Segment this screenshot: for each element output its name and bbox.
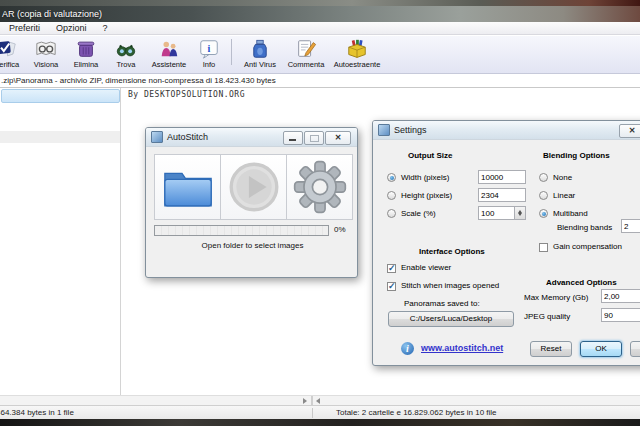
enable-viewer-label: Enable viewer [401,263,451,272]
toolbar-trova-button[interactable]: Trova [106,36,146,73]
enable-viewer-checkbox[interactable] [387,264,396,273]
height-radio[interactable] [387,191,396,200]
blending-bands-label: Blending bands [557,223,612,232]
progress-bar [154,225,329,236]
winrar-titlebar[interactable]: AR (copia di valutazione) [0,6,640,22]
address-bar[interactable]: .zip\Panorama - archivio ZIP, dimensione… [0,74,640,88]
toolbar-info-button[interactable]: i Info [192,36,226,73]
settings-dialog[interactable]: Settings Output Size Width (pixels) Heig… [372,120,640,366]
settings-title: Settings [394,125,427,135]
horizontal-scrollbar[interactable] [0,395,640,405]
toolbar-verifica-button[interactable]: Verifica [0,36,26,73]
max-memory-input[interactable] [601,289,640,303]
scroll-right-icon[interactable] [303,398,307,404]
selected-row[interactable] [1,89,120,103]
close-icon[interactable] [325,131,351,145]
file-list-pane[interactable] [0,88,121,395]
height-input[interactable] [478,188,526,202]
menu-help[interactable]: ? [103,23,108,33]
comment-pen-icon [295,38,317,60]
max-memory-label: Max Memory (Gb) [524,293,588,302]
archive-path: .zip\Panorama - archivio ZIP, dimensione… [1,74,276,87]
menu-preferiti[interactable]: Preferiti [9,23,40,33]
close-icon[interactable] [619,124,640,138]
reset-button[interactable]: Reset [530,341,572,357]
autostitch-window[interactable]: AutoStitch [145,127,358,278]
ok-button[interactable]: OK [580,341,622,357]
status-selected-info: 464.384 bytes in 1 file [0,408,74,417]
scale-spinner[interactable] [515,206,526,220]
panoramas-saved-label: Panoramas saved to: [404,299,480,308]
scale-radio[interactable] [387,209,396,218]
height-radio-label: Height (pixels) [401,191,452,200]
settings-titlebar[interactable]: Settings [373,121,640,140]
blend-multiband-label: Multiband [553,209,588,218]
view-glasses-icon [35,38,57,60]
toolbar-autoestraente-button[interactable]: Autoestraente [329,36,385,73]
menu-opzioni[interactable]: Opzioni [56,23,87,33]
autostitch-buttons [154,154,352,220]
info-bubble-icon: i [198,38,220,60]
blend-linear-label: Linear [553,191,575,200]
screen: AR (copia di valutazione) Preferiti Opzi… [0,0,640,426]
blend-none-label: None [553,173,572,182]
find-binoculars-icon [115,38,137,60]
wizard-figures-icon [158,38,180,60]
status-divider [312,408,313,418]
window-title: AR (copia di valutazione) [2,6,102,22]
gain-compensation-label: Gain compensation [553,242,622,251]
sfx-archive-box-icon [346,38,368,60]
scale-radio-label: Scale (%) [401,209,436,218]
scale-input[interactable] [478,206,515,220]
open-folder-button[interactable] [154,154,221,220]
width-input[interactable] [478,170,526,184]
toolbar-antivirus-button[interactable]: Anti Virus [237,36,283,73]
width-radio-label: Width (pixels) [401,173,449,182]
width-radio[interactable] [387,173,396,182]
interface-header: Interface Options [419,247,485,256]
blend-none-radio[interactable] [539,173,548,182]
status-total-info: Totale: 2 cartelle e 16.829.062 bytes in… [336,408,497,417]
minimize-icon[interactable] [283,131,303,145]
autostitch-titlebar[interactable]: AutoStitch [146,128,357,147]
blending-header: Blending Options [543,151,610,160]
settings-gear-button[interactable] [286,154,353,220]
autostitch-app-icon [151,131,163,143]
maximize-icon[interactable] [304,131,324,145]
stitch-when-opened-checkbox[interactable] [387,282,396,291]
stitch-when-opened-label: Stitch when images opened [401,281,499,290]
scroll-left-icon[interactable] [316,398,320,404]
toolbar-commenta-button[interactable]: Commenta [283,36,329,73]
save-path-button[interactable]: C:/Users/Luca/Desktop [388,311,514,327]
toolbar-visiona-button[interactable]: Visiona [26,36,66,73]
delete-trash-icon [75,38,97,60]
svg-text:i: i [208,43,211,54]
jpeg-quality-input[interactable] [601,308,640,322]
verify-check-icon [0,38,18,60]
gain-compensation-checkbox[interactable] [539,243,548,252]
gear-icon [293,160,347,214]
status-bar: 464.384 bytes in 1 file Totale: 2 cartel… [0,405,640,419]
toolbar-elimina-button[interactable]: Elimina [66,36,106,73]
blend-multiband-radio[interactable] [539,209,548,218]
settings-app-icon [378,124,390,136]
autostitch-hint: Open folder to select images [146,241,359,250]
play-icon [227,160,281,214]
autostitch-link[interactable]: www.autostitch.net [421,343,503,353]
antivirus-flask-icon [249,38,271,60]
toolbar-assistente-button[interactable]: Assistente [146,36,192,73]
toolbar: Verifica Visiona Elimina [0,36,640,74]
archive-comment: By DESKTOPSOLUTION.ORG [128,90,245,99]
blending-bands-input[interactable] [621,219,640,233]
list-row[interactable] [0,131,120,143]
jpeg-quality-label: JPEG quality [524,312,570,321]
stitch-play-button[interactable] [220,154,287,220]
info-icon: i [401,342,414,355]
cancel-button[interactable]: Ca [630,341,640,357]
blend-linear-radio[interactable] [539,191,548,200]
toolbar-separator [231,39,232,65]
menubar: Preferiti Opzioni ? [0,22,640,35]
advanced-header: Advanced Options [546,278,617,287]
desktop-bottom-strip [0,419,640,426]
folder-icon [160,163,216,211]
